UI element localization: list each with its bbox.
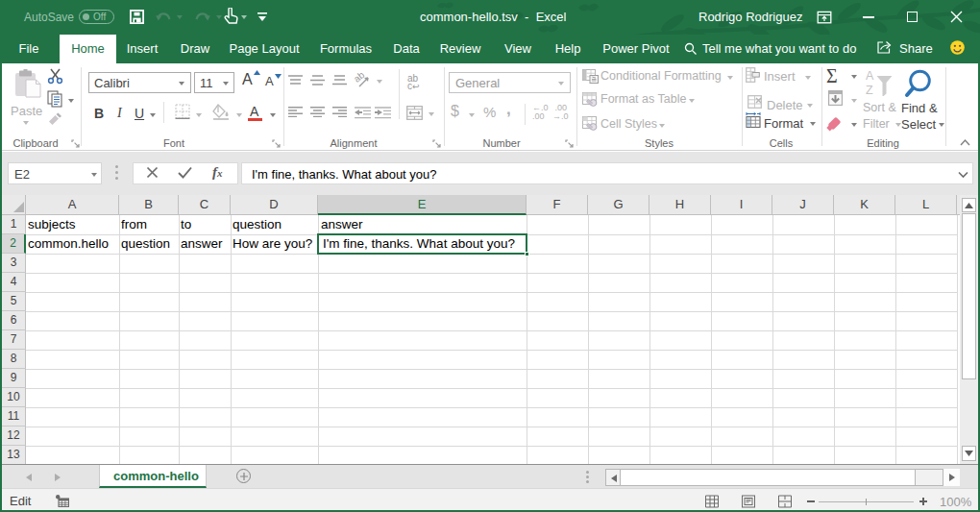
svg-text:A: A: [866, 69, 874, 83]
svg-text:Z: Z: [866, 84, 873, 96]
